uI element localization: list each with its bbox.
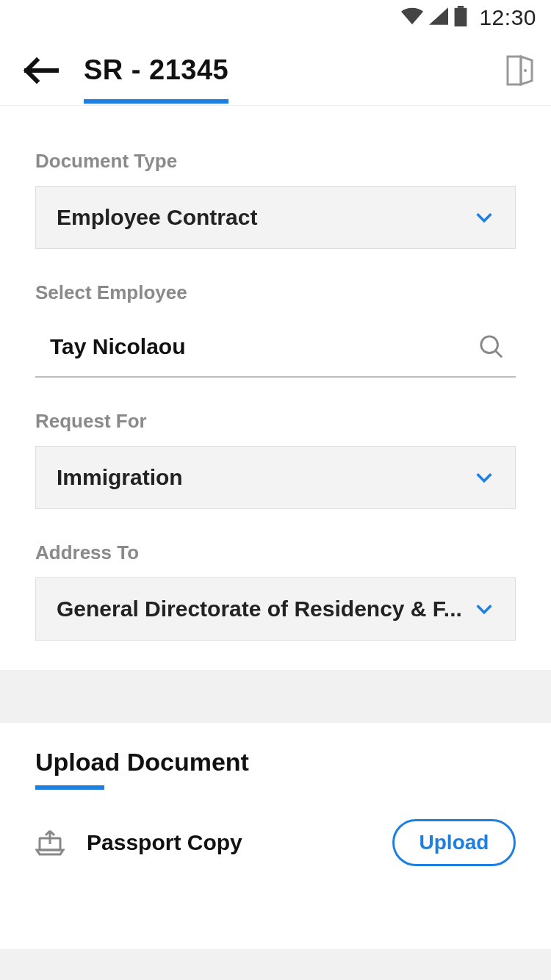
select-address-to[interactable]: General Directorate of Residency & F... [35,577,516,641]
page-title: SR - 21345 [84,54,228,86]
status-time: 12:30 [479,5,536,30]
title-underline [84,99,228,104]
exit-button[interactable] [504,54,536,87]
cellular-icon [429,7,448,28]
select-document-type[interactable]: Employee Contract [35,186,516,249]
app-header: SR - 21345 [0,35,551,106]
value-select-employee: Tay Nicolaou [50,334,479,359]
upload-device-icon [35,828,65,857]
section-separator [0,670,551,723]
upload-item-name: Passport Copy [87,830,392,855]
label-address-to: Address To [35,541,516,564]
search-icon [479,334,504,359]
arrow-left-icon [22,56,59,85]
chevron-down-icon [474,207,494,228]
field-address-to: Address To General Directorate of Reside… [35,541,516,641]
input-select-employee[interactable]: Tay Nicolaou [35,317,516,378]
svg-point-4 [481,336,498,353]
field-request-for: Request For Immigration [35,410,516,509]
bottom-band [0,949,551,980]
back-button[interactable] [22,52,59,89]
label-document-type: Document Type [35,150,516,173]
label-request-for: Request For [35,410,516,433]
svg-rect-2 [508,57,521,84]
field-document-type: Document Type Employee Contract [35,150,516,249]
form: Document Type Employee Contract Select E… [0,106,551,670]
upload-underline [35,785,104,790]
upload-heading: Upload Document [35,748,249,777]
svg-rect-0 [458,6,464,8]
upload-section: Upload Document Passport Copy Upload [0,723,551,866]
upload-row: Passport Copy Upload [35,819,516,866]
value-address-to: General Directorate of Residency & F... [57,597,474,621]
svg-rect-1 [455,8,467,26]
upload-button[interactable]: Upload [392,819,516,866]
label-select-employee: Select Employee [35,281,516,304]
chevron-down-icon [474,599,494,619]
svg-point-3 [524,69,527,72]
wifi-icon [401,7,423,28]
door-icon [505,54,535,87]
chevron-down-icon [474,467,494,488]
select-request-for[interactable]: Immigration [35,446,516,509]
value-request-for: Immigration [57,465,474,490]
value-document-type: Employee Contract [57,205,474,230]
field-select-employee: Select Employee Tay Nicolaou [35,281,516,378]
status-bar: 12:30 [0,0,551,35]
battery-icon [454,6,467,29]
